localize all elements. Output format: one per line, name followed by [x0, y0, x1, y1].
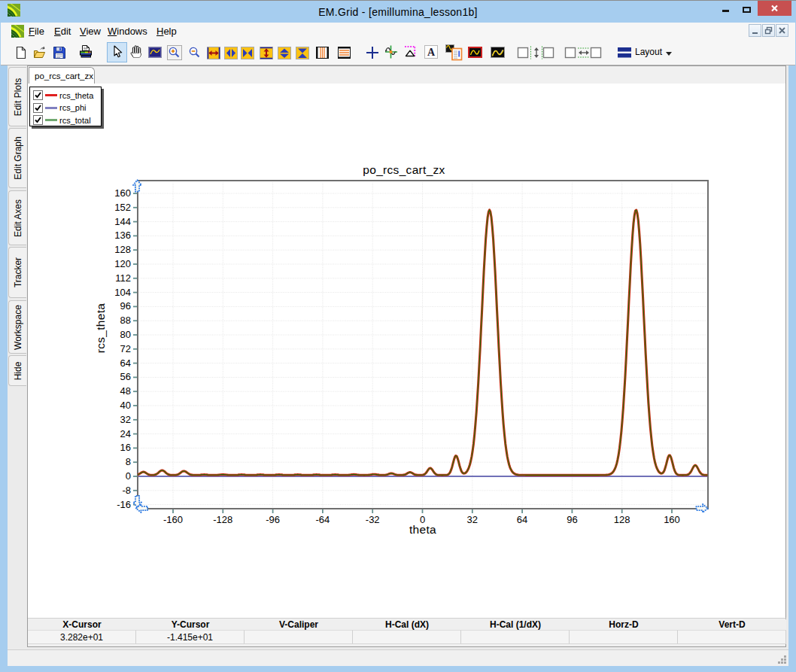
- svg-text:-32: -32: [366, 514, 380, 525]
- svg-text:56: 56: [120, 371, 131, 382]
- svg-text:16: 16: [120, 442, 131, 453]
- svg-text:88: 88: [120, 315, 131, 326]
- svg-text:-64: -64: [316, 514, 330, 525]
- svg-text:24: 24: [120, 428, 131, 439]
- svg-text:136: 136: [114, 230, 131, 241]
- svg-text:72: 72: [120, 343, 131, 354]
- svg-text:32: 32: [120, 414, 131, 425]
- svg-text:128: 128: [614, 514, 630, 525]
- svg-text:64: 64: [517, 514, 527, 525]
- svg-text:-96: -96: [266, 514, 280, 525]
- svg-text:rcs_theta: rcs_theta: [94, 303, 107, 354]
- svg-text:po_rcs_cart_zx: po_rcs_cart_zx: [363, 163, 445, 176]
- svg-text:96: 96: [120, 300, 131, 312]
- svg-text:-160: -160: [163, 514, 183, 525]
- svg-text:40: 40: [120, 400, 131, 411]
- svg-text:112: 112: [115, 272, 131, 284]
- svg-text:152: 152: [114, 202, 131, 213]
- svg-text:48: 48: [120, 385, 131, 397]
- svg-text:104: 104: [114, 287, 131, 298]
- svg-text:160: 160: [114, 187, 131, 199]
- svg-text:theta: theta: [409, 523, 436, 536]
- svg-text:-8: -8: [122, 485, 131, 496]
- svg-text:-128: -128: [213, 514, 232, 525]
- svg-text:160: 160: [664, 514, 680, 525]
- svg-text:0: 0: [126, 470, 131, 482]
- svg-text:-16: -16: [117, 499, 131, 510]
- svg-text:32: 32: [467, 514, 478, 525]
- svg-text:96: 96: [567, 514, 577, 525]
- svg-text:80: 80: [120, 329, 131, 340]
- svg-text:A: A: [427, 47, 436, 58]
- svg-text:144: 144: [114, 216, 131, 227]
- svg-text:64: 64: [120, 357, 131, 369]
- svg-text:128: 128: [114, 244, 131, 255]
- svg-text:120: 120: [114, 258, 131, 269]
- svg-text:8: 8: [126, 456, 131, 467]
